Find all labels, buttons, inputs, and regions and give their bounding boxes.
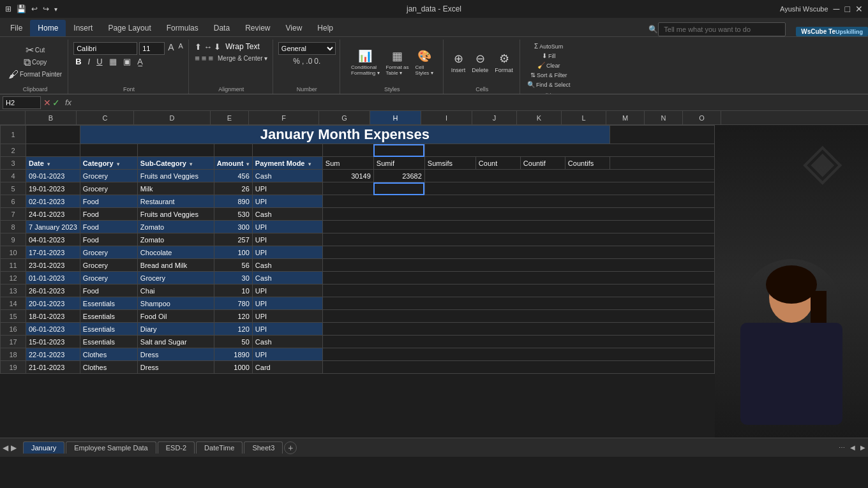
cell-rest-10[interactable] (322, 246, 714, 259)
fill-btn[interactable]: ⬇ Fill (540, 52, 558, 60)
header-amount[interactable]: Amount ▾ (214, 157, 252, 170)
font-name-input[interactable] (73, 42, 137, 55)
col-header-c[interactable]: C (77, 111, 134, 124)
col-header-h[interactable]: H (370, 111, 421, 124)
cell-h2-selected[interactable] (373, 144, 424, 157)
col-header-n[interactable]: N (645, 111, 683, 124)
cell-rest-15[interactable] (322, 310, 714, 323)
cell-date-14[interactable]: 20-01-2023 (26, 297, 80, 310)
merge-center-btn[interactable]: Merge & Center ▾ (218, 55, 267, 62)
tab-formulas[interactable]: Formulas (159, 20, 206, 36)
cell-pay-18[interactable]: UPI (252, 348, 322, 361)
cell-sum-4[interactable]: 30149 (322, 170, 373, 182)
cell-extra[interactable] (610, 126, 714, 144)
cell-date-8[interactable]: 7 January 2023 (26, 221, 80, 233)
cell-date-9[interactable]: 04-01-2023 (26, 233, 80, 246)
sheet-tab-esd2[interactable]: ESD-2 (158, 441, 195, 454)
cell-e2[interactable] (214, 144, 252, 157)
minimize-btn[interactable]: ─ (834, 4, 840, 14)
col-header-b[interactable]: B (26, 111, 77, 124)
format-painter-button[interactable]: 🖌 Format Painter (6, 69, 64, 80)
tab-help[interactable]: Help (310, 20, 341, 36)
cell-cat-12[interactable]: Grocery (80, 272, 137, 285)
cell-sub-6[interactable]: Restaurant (137, 195, 214, 208)
cell-sub-13[interactable]: Chai (137, 285, 214, 297)
cell-rest-12[interactable] (322, 272, 714, 285)
header-countif[interactable]: Countif (520, 157, 565, 170)
cell-d2[interactable] (137, 144, 214, 157)
cell-reference-box[interactable] (3, 96, 41, 109)
cell-amt-18[interactable]: 1890 (214, 348, 252, 361)
cell-sub-14[interactable]: Shampoo (137, 297, 214, 310)
cell-amt-19[interactable]: 1000 (214, 361, 252, 374)
customize-qat[interactable]: ▾ (54, 6, 57, 13)
cell-amt-12[interactable]: 30 (214, 272, 252, 285)
cell-sub-15[interactable]: Food Oil (137, 310, 214, 323)
align-right-btn[interactable]: ≡ (208, 54, 213, 63)
autosum-btn[interactable]: Σ AutoSum (532, 42, 565, 50)
col-header-k[interactable]: K (517, 111, 562, 124)
cell-rest-4[interactable] (424, 170, 714, 182)
header-rest[interactable] (610, 157, 714, 170)
col-header-d[interactable]: D (134, 111, 211, 124)
sheet-tab-employee[interactable]: Employee Sample Data (66, 441, 156, 454)
cell-sub-16[interactable]: Diary (137, 323, 214, 336)
format-btn[interactable]: ⚙ Format (492, 50, 516, 75)
cell-rest-17[interactable] (322, 336, 714, 348)
cell-date-16[interactable]: 06-01-2023 (26, 323, 80, 336)
cell-sub-12[interactable]: Grocery (137, 272, 214, 285)
cell-pay-6[interactable]: UPI (252, 195, 322, 208)
tab-review[interactable]: Review (237, 20, 278, 36)
cell-pay-11[interactable]: Cash (252, 259, 322, 272)
delete-btn[interactable]: ⊖ Delete (469, 50, 491, 75)
clear-btn[interactable]: 🧹 Clear (535, 61, 562, 70)
tab-file[interactable]: File (3, 20, 30, 36)
cell-date-13[interactable]: 26-01-2023 (26, 285, 80, 297)
cell-amt-14[interactable]: 780 (214, 297, 252, 310)
cell-b2[interactable] (26, 144, 80, 157)
col-header-j[interactable]: J (472, 111, 517, 124)
tab-insert[interactable]: Insert (66, 20, 100, 36)
cell-amt-15[interactable]: 120 (214, 310, 252, 323)
cell-cat-9[interactable]: Food (80, 233, 137, 246)
cell-amt-10[interactable]: 100 (214, 246, 252, 259)
formula-input[interactable] (77, 98, 865, 107)
decrease-decimal-btn[interactable]: 0. (314, 57, 320, 66)
cell-sumif-4[interactable]: 23682 (373, 170, 424, 182)
header-sum[interactable]: Sum (322, 157, 373, 170)
header-date[interactable]: Date ▾ (26, 157, 80, 170)
cell-amt-13[interactable]: 10 (214, 285, 252, 297)
col-header-f[interactable]: F (249, 111, 319, 124)
cell-amt-16[interactable]: 120 (214, 323, 252, 336)
col-header-m[interactable]: M (606, 111, 645, 124)
quick-access-undo[interactable]: ↩ (31, 4, 38, 13)
cell-pay-4[interactable]: Cash (252, 170, 322, 182)
sheet-nav-left[interactable]: ◀ (3, 443, 8, 452)
find-select-btn[interactable]: 🔍 Find & Select (525, 80, 572, 89)
scroll-right-btn[interactable]: ▶ (860, 444, 865, 451)
col-header-l[interactable]: L (562, 111, 606, 124)
cell-cat-7[interactable]: Food (80, 208, 137, 221)
cell-sub-10[interactable]: Chocolate (137, 246, 214, 259)
increase-decimal-btn[interactable]: .0 (306, 57, 312, 66)
align-middle-btn[interactable]: ↔ (204, 42, 212, 52)
col-header-i[interactable]: I (421, 111, 472, 124)
cell-cat-5[interactable]: Grocery (80, 182, 137, 195)
cell-amt-6[interactable]: 890 (214, 195, 252, 208)
align-left-btn[interactable]: ≡ (195, 54, 200, 63)
cell-date-6[interactable]: 02-01-2023 (26, 195, 80, 208)
header-payment[interactable]: Payment Mode ▾ (252, 157, 322, 170)
number-format-select[interactable]: General Number Currency Date (278, 42, 336, 55)
cell-cat-10[interactable]: Grocery (80, 246, 137, 259)
cell-amt-5[interactable]: 26 (214, 182, 252, 195)
insert-btn[interactable]: ⊕ Insert (449, 50, 468, 75)
col-header-g[interactable]: G (319, 111, 370, 124)
cell-rest-9[interactable] (322, 233, 714, 246)
cell-rest-11[interactable] (322, 259, 714, 272)
cell-cat-6[interactable]: Food (80, 195, 137, 208)
cell-styles-btn[interactable]: 🎨 CellStyles ▾ (413, 48, 436, 77)
cell-date-19[interactable]: 21-01-2023 (26, 361, 80, 374)
cell-cat-15[interactable]: Essentials (80, 310, 137, 323)
cell-g2[interactable] (322, 144, 373, 157)
add-sheet-button[interactable]: + (284, 441, 297, 454)
